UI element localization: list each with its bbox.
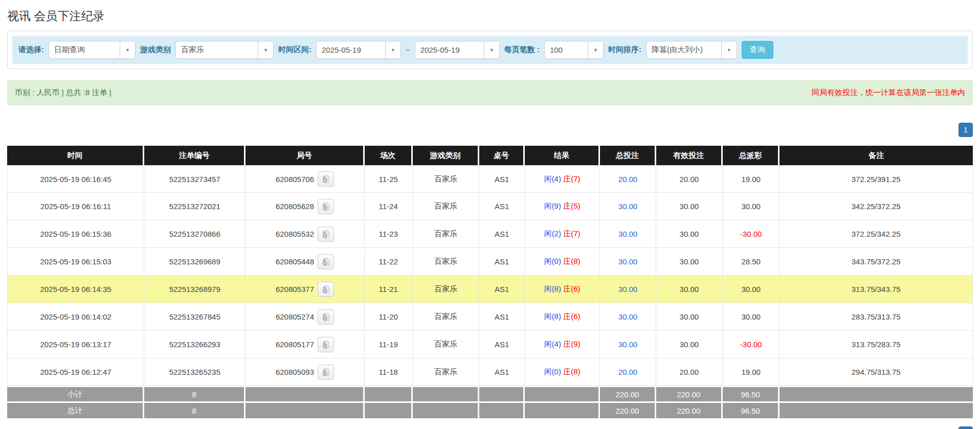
result-banker: 庄(5)	[563, 201, 580, 210]
chevron-down-icon[interactable]: ▼	[385, 41, 400, 58]
video-icon	[321, 230, 330, 239]
sort-label: 时间排序:	[608, 45, 641, 55]
total-bet-link[interactable]: 30.00	[618, 257, 638, 266]
cell-result: 闲(0) 庄(8)	[525, 358, 600, 386]
chevron-down-icon[interactable]: ▼	[258, 41, 273, 58]
total-bet-link[interactable]: 30.00	[618, 230, 638, 238]
cell-result: 闲(9) 庄(5)	[525, 193, 600, 220]
page-1-button[interactable]: 1	[959, 426, 973, 429]
subtotal-row: 小计 8 220.00 220.00 96.50	[7, 386, 973, 403]
date-from-picker[interactable]: 2025-05-19 ▼	[316, 41, 401, 59]
cell-round-id: 620805377	[246, 276, 364, 303]
table-row: 2025-05-19 06:15:03 522513269689 6208054…	[7, 248, 973, 276]
cell-valid-bet: 30.00	[656, 331, 723, 358]
total-payout: 96.50	[723, 403, 779, 420]
filter-bar: 请选择: 日期查询 ▼ 游戏类别 百家乐 ▼ 时间区间: 2025-05-19 …	[12, 36, 968, 64]
cell-total-bet: 30.00	[600, 276, 656, 303]
round-id-text: 620805532	[276, 230, 314, 238]
video-icon	[321, 340, 330, 349]
sort-order-select[interactable]: 降冪(由大到小) ▼	[646, 41, 737, 59]
cell-round-id: 620805706	[246, 165, 364, 193]
total-bet-link[interactable]: 30.00	[618, 340, 638, 349]
video-replay-button[interactable]	[318, 365, 334, 380]
result-player: 闲(4)	[544, 174, 561, 183]
header-total-bet: 总投注	[600, 146, 656, 165]
chevron-down-icon[interactable]: ▼	[721, 41, 737, 58]
cell-round-id: 620805628	[246, 193, 364, 220]
video-replay-button[interactable]	[318, 199, 334, 214]
table-row: 2025-05-19 06:12:47 522513265235 6208050…	[7, 358, 973, 386]
cell-payout: 30.00	[723, 276, 779, 303]
table-row: 2025-05-19 06:16:45 522513273457 6208057…	[7, 165, 973, 193]
cell-game-type: 百家乐	[413, 193, 479, 220]
page-size-select[interactable]: 100 ▼	[544, 41, 604, 59]
header-payout: 总派彩	[723, 146, 779, 165]
cell-payout: 28.50	[723, 248, 779, 276]
subtotal-valid-bet: 220.00	[656, 386, 723, 403]
cell-bet-id: 522513268979	[144, 276, 246, 303]
table-row: 2025-05-19 06:14:35 522513268979 6208053…	[7, 276, 973, 303]
round-id-text: 620805274	[276, 312, 314, 321]
pagination-bottom: 1	[7, 426, 973, 429]
cell-result: 闲(8) 庄(6)	[525, 303, 600, 331]
date-to-picker[interactable]: 2025-05-19 ▼	[415, 41, 500, 59]
cell-payout: 19.00	[723, 358, 779, 386]
video-replay-button[interactable]	[318, 309, 334, 325]
subtotal-count: 8	[144, 386, 246, 403]
cell-remark: 283.75/313.75	[779, 303, 973, 331]
game-type-value: 百家乐	[176, 41, 258, 58]
query-mode-select[interactable]: 日期查询 ▼	[49, 41, 136, 59]
total-label: 总计	[7, 403, 144, 420]
summary-bar: 币别 : 人民币 | 总共 :8 注单 | 同局有效投注，统一计算在该局第一张注…	[7, 80, 973, 105]
total-bet-link[interactable]: 30.00	[618, 285, 638, 293]
cell-valid-bet: 30.00	[656, 193, 723, 220]
cell-total-bet: 20.00	[600, 358, 656, 386]
cell-session: 11-22	[365, 248, 413, 276]
total-bet-link[interactable]: 30.00	[618, 312, 638, 321]
cell-game-type: 百家乐	[413, 331, 479, 358]
query-mode-value: 日期查询	[49, 41, 120, 58]
cell-round-id: 620805448	[246, 248, 364, 276]
result-player: 闲(9)	[544, 201, 561, 210]
cell-game-type: 百家乐	[413, 248, 479, 276]
page-1-button[interactable]: 1	[959, 123, 973, 137]
cell-table-no: AS1	[479, 165, 525, 193]
table-header: 时间 注单编号 局号 场次 游戏类别 桌号 结果 总投注 有效投注 总派彩 备注	[7, 146, 973, 165]
video-replay-button[interactable]	[318, 337, 334, 352]
video-replay-button[interactable]	[318, 282, 334, 297]
game-type-select[interactable]: 百家乐 ▼	[175, 41, 274, 59]
chevron-down-icon[interactable]: ▼	[484, 41, 499, 58]
cell-payout: 19.00	[723, 165, 779, 193]
search-button[interactable]: 查询	[742, 41, 773, 59]
total-count: 8	[144, 403, 246, 420]
video-replay-button[interactable]	[318, 254, 334, 269]
total-bet-link[interactable]: 30.00	[618, 202, 638, 211]
result-banker: 庄(7)	[563, 229, 580, 238]
cell-remark: 313.75/343.75	[779, 276, 973, 303]
total-bet-link[interactable]: 20.00	[618, 175, 638, 184]
cell-remark: 343.75/372.25	[779, 248, 973, 276]
cell-valid-bet: 20.00	[656, 165, 723, 193]
video-replay-button[interactable]	[318, 171, 334, 187]
cell-payout: -30.00	[723, 220, 779, 248]
round-id-text: 620805377	[276, 285, 314, 293]
result-player: 闲(8)	[544, 284, 561, 293]
result-player: 闲(4)	[544, 340, 561, 348]
date-from-value: 2025-05-19	[317, 41, 385, 58]
cell-valid-bet: 30.00	[656, 276, 723, 303]
cell-session: 11-19	[365, 331, 413, 358]
header-table-no: 桌号	[479, 146, 525, 165]
chevron-down-icon[interactable]: ▼	[120, 41, 135, 58]
chevron-down-icon[interactable]: ▼	[588, 41, 603, 58]
cell-bet-id: 522513272021	[144, 193, 246, 220]
cell-session: 11-23	[365, 220, 413, 248]
betting-records-table: 时间 注单编号 局号 场次 游戏类别 桌号 结果 总投注 有效投注 总派彩 备注…	[7, 146, 973, 420]
cell-total-bet: 30.00	[600, 248, 656, 276]
result-banker: 庄(6)	[563, 284, 580, 293]
filter-panel: 请选择: 日期查询 ▼ 游戏类别 百家乐 ▼ 时间区间: 2025-05-19 …	[7, 31, 973, 69]
result-banker: 庄(7)	[563, 174, 580, 183]
video-icon	[321, 312, 330, 322]
video-replay-button[interactable]	[318, 227, 334, 242]
round-id-text: 620805448	[276, 257, 314, 266]
total-bet-link[interactable]: 20.00	[618, 368, 638, 376]
